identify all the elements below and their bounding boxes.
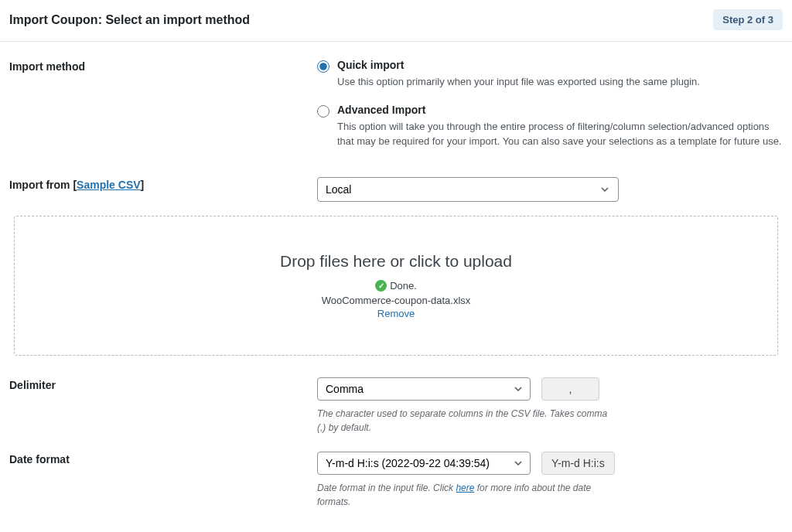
uploaded-filename: WooCommerce-coupon-data.xlsx bbox=[30, 295, 762, 306]
checkmark-icon: ✓ bbox=[375, 280, 387, 292]
import-from-select[interactable]: Local bbox=[317, 177, 619, 202]
step-indicator: Step 2 of 3 bbox=[713, 9, 783, 30]
date-format-select[interactable]: Y-m-d H:i:s (2022-09-22 04:39:54) bbox=[317, 452, 531, 475]
delimiter-helper: The character used to separate columns i… bbox=[317, 407, 611, 435]
date-format-help-link[interactable]: here bbox=[456, 483, 474, 493]
quick-import-desc: Use this option primarily when your inpu… bbox=[337, 74, 700, 90]
sample-csv-link[interactable]: Sample CSV bbox=[77, 179, 140, 191]
delimiter-select[interactable]: Comma bbox=[317, 377, 531, 401]
file-dropzone[interactable]: Drop files here or click to upload ✓ Don… bbox=[14, 216, 778, 356]
date-format-label: Date format bbox=[9, 452, 317, 509]
advanced-import-desc: This option will take you through the en… bbox=[337, 119, 783, 149]
quick-import-radio[interactable] bbox=[317, 60, 329, 73]
quick-import-title: Quick import bbox=[337, 59, 700, 71]
upload-status: Done. bbox=[390, 280, 417, 292]
date-format-helper: Date format in the input file. Click her… bbox=[317, 481, 611, 509]
delimiter-label: Delimiter bbox=[9, 377, 317, 435]
advanced-import-radio[interactable] bbox=[317, 105, 329, 118]
date-format-display: Y-m-d H:i:s bbox=[541, 452, 615, 475]
delimiter-display: , bbox=[541, 377, 599, 401]
remove-file-link[interactable]: Remove bbox=[30, 308, 762, 319]
advanced-import-title: Advanced Import bbox=[337, 104, 783, 116]
import-method-label: Import method bbox=[9, 59, 317, 163]
dropzone-title: Drop files here or click to upload bbox=[30, 252, 762, 271]
import-from-label: Import from [Sample CSV] bbox=[9, 177, 317, 202]
page-title: Import Coupon: Select an import method bbox=[9, 13, 250, 27]
